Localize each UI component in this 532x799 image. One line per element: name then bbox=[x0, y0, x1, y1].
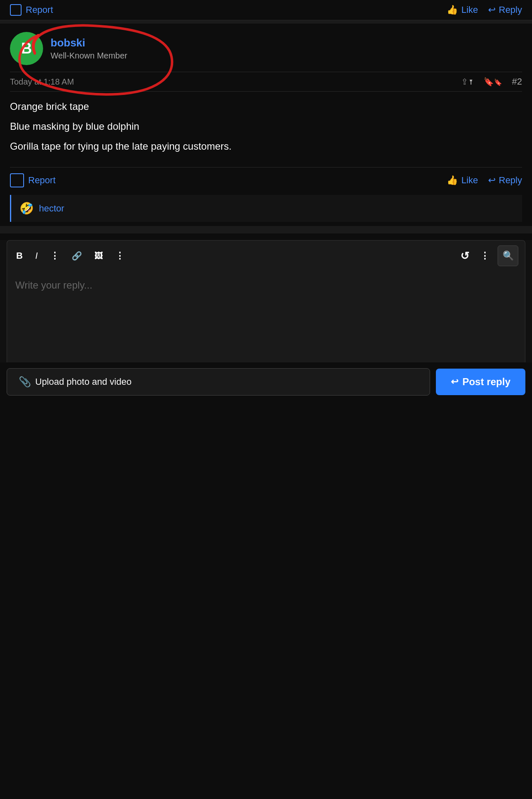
editor-divider bbox=[0, 226, 532, 233]
section-divider bbox=[0, 20, 532, 24]
post-line-3: Gorilla tape for tying up the late payin… bbox=[10, 139, 522, 154]
post-footer-right: 👍 Like ↩ Reply bbox=[447, 175, 522, 186]
avatar: B bbox=[10, 32, 43, 65]
post-line-2: Blue masking by blue dolphin bbox=[10, 119, 522, 134]
editor-placeholder: Write your reply... bbox=[15, 279, 92, 291]
post-meta: Today at 1:18 AM ⤒ 🔖 #2 bbox=[10, 72, 522, 92]
user-header-wrapper: B bobski Well-Known Member bbox=[10, 32, 522, 65]
top-bar-right: 👍 Like ↩ Reply bbox=[447, 5, 522, 15]
like-icon: 👍 bbox=[447, 5, 458, 15]
reply-arrow-icon: ↩ bbox=[488, 5, 496, 15]
reaction-row: 🤣 hector bbox=[10, 195, 522, 222]
find-replace-button[interactable]: 🔍 bbox=[498, 245, 518, 266]
post-reply-arrow-icon: ↩ bbox=[488, 175, 496, 186]
italic-button[interactable]: I bbox=[33, 249, 40, 263]
post-reply-button[interactable]: ↩ Reply bbox=[488, 175, 522, 186]
top-like-button[interactable]: 👍 Like bbox=[447, 5, 478, 15]
bottom-action-bar: 📎 Upload photo and video ↩ Post reply bbox=[0, 362, 532, 401]
post-checkbox[interactable] bbox=[10, 173, 24, 187]
checkbox-icon[interactable] bbox=[10, 4, 22, 16]
more-actions-button[interactable]: ⋮ bbox=[478, 249, 492, 263]
post-section: B bobski Well-Known Member Today at 1:18… bbox=[0, 24, 532, 222]
user-info: bobski Well-Known Member bbox=[51, 36, 127, 61]
top-reply-button[interactable]: ↩ Reply bbox=[488, 5, 522, 15]
post-reply-button[interactable]: ↩ Post reply bbox=[436, 369, 525, 395]
user-header: B bobski Well-Known Member bbox=[10, 32, 522, 65]
post-footer-left: Report bbox=[10, 173, 56, 187]
undo-button[interactable]: ↺ bbox=[458, 248, 472, 264]
post-actions: ⤒ 🔖 #2 bbox=[461, 76, 522, 87]
post-number: #2 bbox=[512, 76, 522, 87]
link-button[interactable]: 🔗 bbox=[69, 249, 85, 262]
reaction-username[interactable]: hector bbox=[39, 203, 64, 214]
bookmark-icon[interactable]: 🔖 bbox=[484, 77, 502, 87]
image-button[interactable]: 🖼 bbox=[92, 250, 105, 262]
username[interactable]: bobski bbox=[51, 36, 127, 49]
top-bar: Report 👍 Like ↩ Reply bbox=[0, 0, 532, 20]
top-bar-left: Report bbox=[10, 4, 53, 16]
post-report-button[interactable]: Report bbox=[28, 175, 56, 186]
editor-toolbar: B I ⋮ 🔗 🖼 ⋮ ↺ ⋮ 🔍 bbox=[7, 240, 525, 271]
post-reply-arrow-icon: ↩ bbox=[451, 376, 458, 387]
toolbar-right: ↺ ⋮ 🔍 bbox=[458, 245, 518, 266]
reply-editor-section: B I ⋮ 🔗 🖼 ⋮ ↺ ⋮ 🔍 Write your reply... bbox=[0, 240, 532, 362]
find-replace-icon: 🔍 bbox=[503, 250, 514, 261]
more-insert-button[interactable]: ⋮ bbox=[113, 249, 127, 263]
user-role: Well-Known Member bbox=[51, 51, 127, 61]
more-format-button[interactable]: ⋮ bbox=[48, 249, 62, 263]
post-line-1: Orange brick tape bbox=[10, 99, 522, 114]
editor-body[interactable]: Write your reply... bbox=[7, 271, 525, 362]
upload-media-button[interactable]: 📎 Upload photo and video bbox=[7, 368, 430, 396]
post-timestamp: Today at 1:18 AM bbox=[10, 77, 74, 87]
top-report-button[interactable]: Report bbox=[26, 5, 53, 15]
like-thumb-icon: 👍 bbox=[447, 175, 458, 186]
bold-button[interactable]: B bbox=[14, 249, 25, 263]
post-content: Orange brick tape Blue masking by blue d… bbox=[10, 99, 522, 167]
post-footer: Report 👍 Like ↩ Reply bbox=[10, 167, 522, 193]
post-like-button[interactable]: 👍 Like bbox=[447, 175, 478, 186]
reaction-emoji: 🤣 bbox=[19, 202, 34, 215]
share-icon[interactable]: ⤒ bbox=[461, 77, 474, 87]
paperclip-icon: 📎 bbox=[19, 376, 31, 388]
